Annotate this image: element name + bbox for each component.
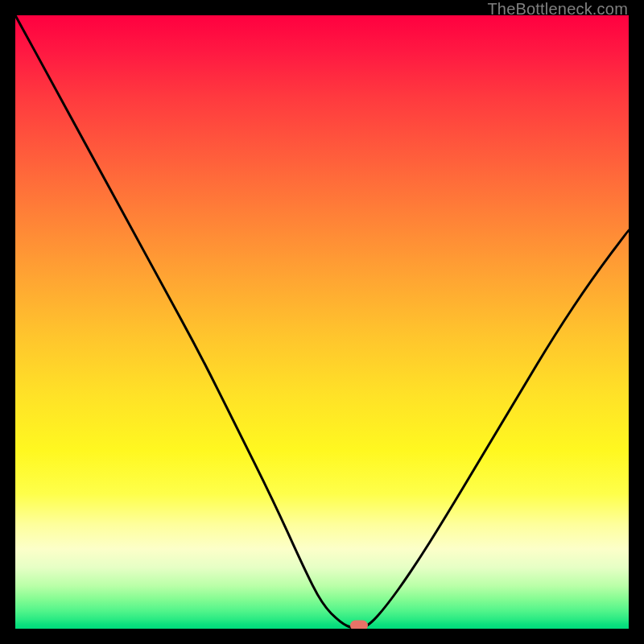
bottleneck-curve (15, 15, 629, 629)
optimum-marker (350, 621, 368, 629)
plot-area (15, 15, 629, 629)
watermark-text: TheBottleneck.com (487, 0, 628, 19)
chart-frame: TheBottleneck.com (0, 0, 644, 644)
